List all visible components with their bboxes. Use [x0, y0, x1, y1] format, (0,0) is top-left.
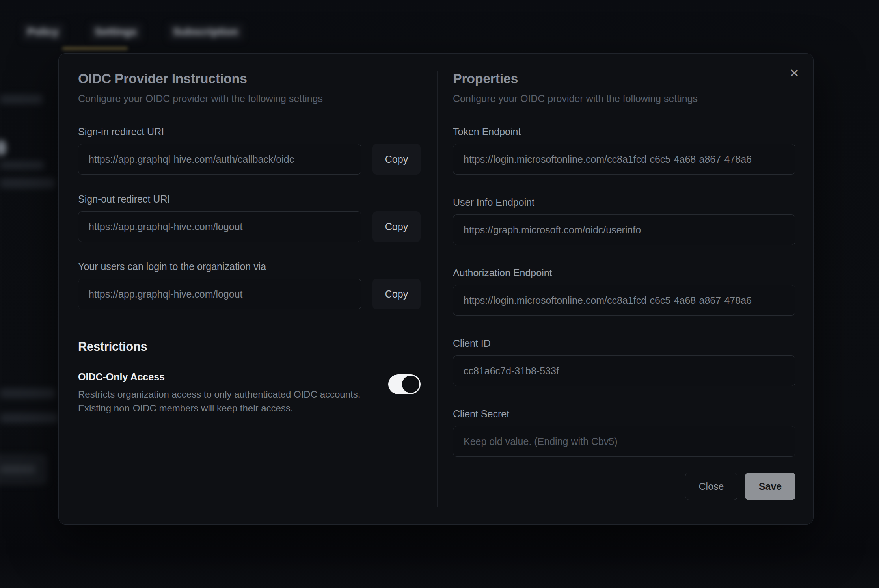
oidc-only-access-label: OIDC-Only Access: [78, 371, 360, 383]
client-id-label: Client ID: [453, 338, 795, 349]
signin-redirect-uri-row: Copy: [78, 144, 421, 175]
authorization-endpoint-label: Authorization Endpoint: [453, 267, 795, 279]
user-info-endpoint-label: User Info Endpoint: [453, 197, 795, 208]
org-login-url-input[interactable]: [78, 279, 361, 309]
oidc-only-access-toggle[interactable]: [388, 374, 421, 394]
properties-section: Properties Configure your OIDC provider …: [453, 70, 795, 500]
background-blur-fragment: [0, 95, 43, 104]
copy-signin-uri-button[interactable]: Copy: [372, 144, 421, 175]
oidc-only-access-text: OIDC-Only Access Restricts organization …: [78, 371, 360, 415]
restrictions-divider: [78, 324, 421, 324]
client-secret-input[interactable]: [453, 426, 795, 457]
background-tab-bar: Policy Settings Subscription: [22, 23, 244, 41]
user-info-endpoint-row: [453, 214, 795, 245]
client-id-input[interactable]: [453, 355, 795, 386]
background-blur-fragment: [0, 413, 58, 423]
modal-footer: Close Save: [453, 473, 795, 500]
token-endpoint-label: Token Endpoint: [453, 126, 795, 138]
restrictions-title: Restrictions: [78, 340, 421, 354]
tab-policy[interactable]: Policy: [22, 23, 64, 41]
client-secret-label: Client Secret: [453, 408, 795, 420]
toggle-knob: [402, 376, 419, 393]
signout-redirect-uri-input[interactable]: [78, 211, 361, 242]
signin-redirect-uri-input[interactable]: [78, 144, 361, 175]
tab-settings[interactable]: Settings: [89, 23, 143, 41]
oidc-only-access-description: Restricts organization access to only au…: [78, 387, 360, 401]
org-login-url-row: Copy: [78, 279, 421, 309]
instructions-subtitle: Configure your OIDC provider with the fo…: [78, 92, 421, 105]
authorization-endpoint-input[interactable]: [453, 285, 795, 316]
background-blur-fragment: [0, 465, 35, 474]
authorization-endpoint-row: [453, 285, 795, 316]
signout-redirect-uri-label: Sign-out redirect URI: [78, 194, 421, 205]
background-blur-fragment: [0, 388, 55, 398]
column-divider: [437, 71, 438, 507]
oidc-only-access-description: Existing non-OIDC members will keep thei…: [78, 401, 360, 415]
tab-subscription[interactable]: Subscription: [168, 23, 244, 41]
signout-redirect-uri-row: Copy: [78, 211, 421, 242]
instructions-section: OIDC Provider Instructions Configure you…: [78, 70, 421, 415]
org-login-url-label: Your users can login to the organization…: [78, 261, 421, 272]
background-blur-fragment: [0, 161, 44, 169]
client-secret-row: [453, 426, 795, 457]
background-blur-fragment: [0, 140, 6, 156]
signin-redirect-uri-label: Sign-in redirect URI: [78, 126, 421, 138]
active-tab-underline: [62, 47, 128, 50]
background-blur-fragment: [0, 178, 55, 188]
save-button[interactable]: Save: [745, 473, 795, 500]
instructions-title: OIDC Provider Instructions: [78, 70, 421, 87]
oidc-modal: ✕ OIDC Provider Instructions Configure y…: [58, 53, 814, 525]
properties-title: Properties: [453, 70, 795, 87]
token-endpoint-input[interactable]: [453, 144, 795, 175]
properties-subtitle: Configure your OIDC provider with the fo…: [453, 92, 795, 105]
close-button[interactable]: Close: [685, 473, 737, 500]
copy-signout-uri-button[interactable]: Copy: [372, 211, 421, 242]
user-info-endpoint-input[interactable]: [453, 214, 795, 245]
token-endpoint-row: [453, 144, 795, 175]
oidc-only-access-row: OIDC-Only Access Restricts organization …: [78, 371, 421, 415]
copy-login-url-button[interactable]: Copy: [372, 279, 421, 309]
client-id-row: [453, 355, 795, 386]
